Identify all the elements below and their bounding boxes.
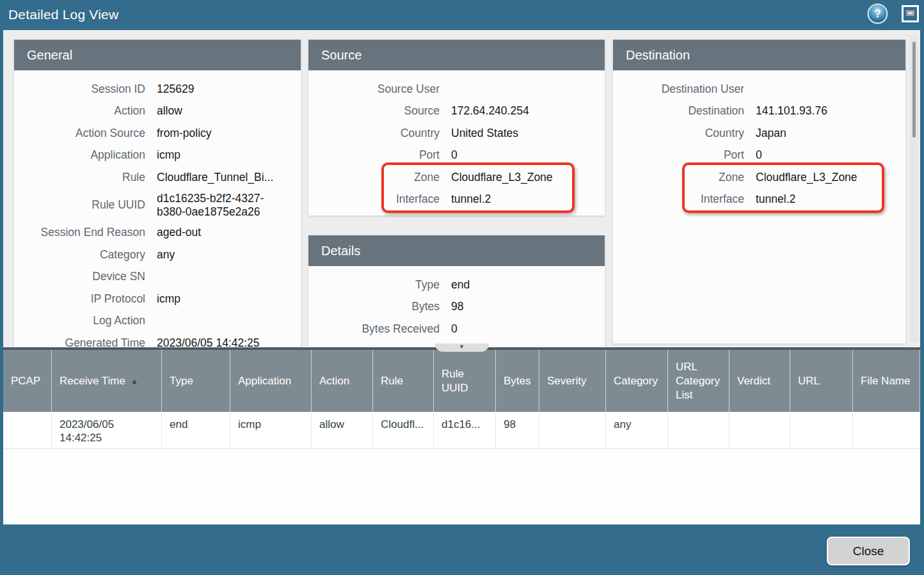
cell-bytes: 98 bbox=[496, 412, 539, 449]
field-label: Interface bbox=[613, 193, 744, 206]
column-header-pcap[interactable]: PCAP bbox=[3, 350, 52, 412]
field-row: Destination141.101.93.76 bbox=[613, 100, 905, 123]
general-panel-header: General bbox=[14, 40, 301, 70]
field-value: d1c16235-b2f2-4327-b380-0ae1875e2a26 bbox=[157, 192, 282, 219]
source-panel-header: Source bbox=[308, 40, 605, 70]
details-panel-body: Typeend Bytes98 Bytes Received0 bbox=[308, 266, 605, 347]
cell-rule: Cloudfl... bbox=[373, 412, 434, 449]
field-label: IP Protocol bbox=[14, 292, 145, 306]
field-value: 125629 bbox=[157, 83, 194, 96]
field-value: tunnel.2 bbox=[451, 193, 491, 206]
cell-receive-time: 2023/06/05 14:42:25 bbox=[52, 412, 162, 449]
field-value: 0 bbox=[451, 148, 458, 162]
column-header-action[interactable]: Action bbox=[312, 350, 373, 412]
field-label: Device SN bbox=[14, 270, 145, 283]
field-value: 141.101.93.76 bbox=[756, 104, 827, 118]
column-header-file-name[interactable]: File Name bbox=[853, 350, 920, 412]
chevron-down-icon: ▼ bbox=[435, 343, 489, 351]
field-label: Rule bbox=[14, 171, 145, 184]
field-label: Country bbox=[308, 127, 440, 140]
source-panel: Source Source User Source172.64.240.254 … bbox=[308, 40, 605, 216]
field-row: Log Action bbox=[14, 310, 301, 333]
column-header-url[interactable]: URL bbox=[790, 350, 853, 412]
cell-category: any bbox=[606, 412, 668, 449]
field-row: Port0 bbox=[613, 145, 905, 167]
field-value: end bbox=[451, 278, 470, 292]
column-header-type[interactable]: Type bbox=[162, 350, 230, 412]
field-row: ZoneCloudflare_L3_Zone bbox=[308, 166, 605, 189]
popout-window-icon[interactable] bbox=[902, 5, 919, 22]
field-value: aged-out bbox=[157, 226, 201, 239]
general-panel-body: Session ID125629 Actionallow Action Sour… bbox=[14, 70, 301, 347]
cell-application: icmp bbox=[230, 412, 312, 449]
field-value: 98 bbox=[451, 300, 463, 313]
field-label: Rule UUID bbox=[14, 198, 145, 212]
cell-rule-uuid: d1c16... bbox=[434, 412, 496, 449]
field-label: Application bbox=[14, 148, 145, 162]
source-panel-body: Source User Source172.64.240.254 Country… bbox=[308, 70, 605, 216]
page-title: Detailed Log View bbox=[8, 7, 118, 22]
field-value: from-policy bbox=[157, 127, 212, 140]
vertical-scrollbar[interactable] bbox=[910, 35, 918, 342]
cell-severity bbox=[539, 412, 606, 449]
field-value: 0 bbox=[756, 148, 762, 162]
sort-ascending-icon: ▲ bbox=[131, 374, 138, 388]
field-label: Source User bbox=[308, 83, 440, 96]
field-row: Categoryany bbox=[14, 244, 301, 266]
field-label: Generated Time bbox=[14, 336, 145, 347]
general-panel: General Session ID125629 Actionallow Act… bbox=[14, 40, 301, 347]
field-value: 2023/06/05 14:42:25 bbox=[157, 336, 260, 347]
column-header-verdict[interactable]: Verdict bbox=[729, 350, 790, 412]
field-row: Source172.64.240.254 bbox=[308, 100, 605, 123]
log-table: PCAP Receive Time▲ Type Application Acti… bbox=[3, 350, 920, 449]
details-panel-header: Details bbox=[308, 235, 605, 266]
log-table-section: ▼ PCAP Receive Time▲ Type Application Ac… bbox=[3, 347, 920, 524]
column-header-url-category-list[interactable]: URL Category List bbox=[668, 350, 729, 412]
field-label: Bytes Received bbox=[308, 322, 440, 336]
destination-panel-body: Destination User Destination141.101.93.7… bbox=[613, 70, 905, 343]
field-label: Category bbox=[14, 248, 145, 262]
splitter-collapse-handle[interactable]: ▼ bbox=[435, 343, 489, 352]
help-icon[interactable]: ? bbox=[869, 5, 886, 22]
cell-type: end bbox=[162, 412, 230, 449]
field-row: Rule UUIDd1c16235-b2f2-4327-b380-0ae1875… bbox=[14, 189, 301, 222]
field-row: RuleCloudflare_Tunnel_Bi... bbox=[14, 166, 301, 189]
column-header-rule[interactable]: Rule bbox=[373, 350, 434, 412]
field-row: Typeend bbox=[308, 274, 605, 296]
field-row: Actionallow bbox=[14, 100, 301, 123]
column-header-severity[interactable]: Severity bbox=[539, 350, 606, 412]
column-header-application[interactable]: Application bbox=[230, 350, 312, 412]
details-panel: Details Typeend Bytes98 Bytes Received0 bbox=[308, 235, 605, 347]
field-label: Interface bbox=[308, 193, 440, 206]
field-value: icmp bbox=[157, 292, 180, 306]
destination-panel-header: Destination bbox=[613, 40, 905, 70]
dialog-titlebar: Detailed Log View ? bbox=[0, 0, 924, 30]
field-row: Interfacetunnel.2 bbox=[613, 189, 905, 211]
field-row: Bytes Received0 bbox=[308, 318, 605, 340]
column-header-rule-uuid[interactable]: Rule UUID bbox=[434, 350, 496, 412]
field-value: tunnel.2 bbox=[756, 193, 795, 206]
field-row: Session ID125629 bbox=[14, 78, 301, 100]
field-row: Bytes98 bbox=[308, 296, 605, 319]
cell-pcap bbox=[3, 412, 52, 449]
dialog-footer: Close bbox=[0, 524, 924, 575]
column-header-category[interactable]: Category bbox=[606, 350, 668, 412]
column-header-bytes[interactable]: Bytes bbox=[496, 350, 539, 412]
cell-verdict bbox=[729, 412, 790, 449]
scrollbar-thumb[interactable] bbox=[912, 42, 916, 138]
close-button[interactable]: Close bbox=[827, 537, 910, 565]
field-value: Cloudflare_Tunnel_Bi... bbox=[157, 171, 273, 184]
field-value: icmp bbox=[157, 148, 180, 162]
field-row: CountryJapan bbox=[613, 122, 905, 145]
column-header-receive-time[interactable]: Receive Time▲ bbox=[52, 350, 162, 412]
field-label: Type bbox=[308, 278, 440, 292]
field-label: Port bbox=[308, 148, 440, 162]
field-label: Source bbox=[308, 104, 440, 118]
field-label: Zone bbox=[308, 171, 440, 184]
field-label: Action bbox=[14, 104, 145, 118]
field-row: Generated Time2023/06/05 14:42:25 bbox=[14, 332, 301, 347]
field-row: Destination User bbox=[613, 78, 905, 100]
field-value: Cloudflare_L3_Zone bbox=[756, 171, 857, 184]
field-label: Port bbox=[613, 148, 744, 162]
field-row: Source User bbox=[308, 78, 605, 100]
